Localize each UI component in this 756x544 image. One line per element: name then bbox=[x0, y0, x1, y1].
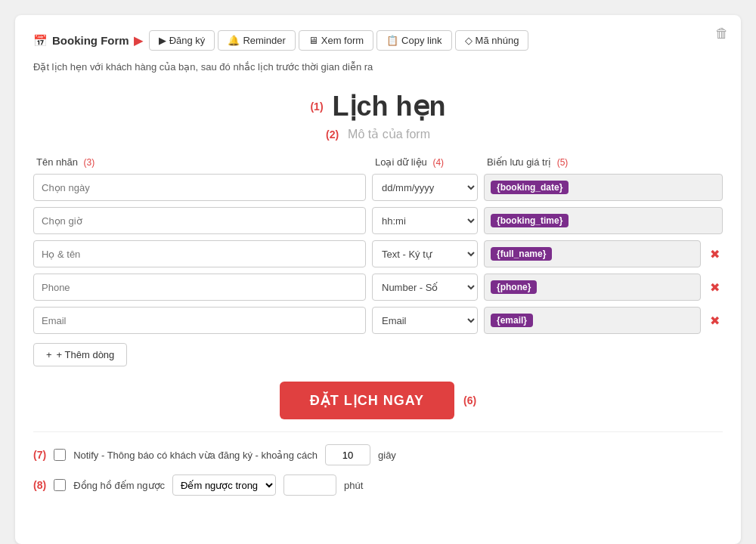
play-icon: ▶ bbox=[134, 34, 143, 48]
var-tag-4: {email} bbox=[491, 314, 533, 327]
bien-header: Biến lưu giá trị bbox=[487, 156, 551, 168]
form-title-row: (1) Lịch hẹn bbox=[33, 91, 723, 122]
field-row: dd/mm/yyyy{booking_date} bbox=[33, 174, 723, 201]
countdown-step: (8) bbox=[33, 479, 46, 491]
toolbar-title: 📅 Booking Form ▶ bbox=[33, 34, 143, 48]
field-rows: dd/mm/yyyy{booking_date}hh:mi{booking_ti… bbox=[33, 174, 723, 334]
xem-form-button[interactable]: 🖥 Xem form bbox=[299, 30, 373, 51]
notify-step: (7) bbox=[33, 449, 46, 461]
field-type-select-2[interactable]: Text - Ký tự bbox=[372, 240, 478, 267]
add-row-label: + Thêm dòng bbox=[57, 349, 115, 360]
title-step-label: (1) bbox=[310, 100, 323, 113]
bien-step: (5) bbox=[557, 157, 569, 168]
var-tag-0: {booking_date} bbox=[491, 181, 569, 194]
ma-nhung-button[interactable]: ◇ Mã nhúng bbox=[455, 30, 529, 51]
field-type-select-0[interactable]: dd/mm/yyyy bbox=[372, 174, 478, 201]
field-type-select-3[interactable]: Number - Số bbox=[372, 274, 478, 301]
field-label-input-4[interactable] bbox=[33, 307, 366, 334]
add-row-button[interactable]: + + Thêm dòng bbox=[33, 343, 127, 366]
var-tag-3: {phone} bbox=[491, 280, 537, 294]
copy-link-button[interactable]: 📋 Copy link bbox=[376, 30, 451, 51]
field-row: hh:mi{booking_time} bbox=[33, 207, 723, 234]
booking-form-card: 🗑 📅 Booking Form ▶ ▶ Đăng ký 🔔 Reminder … bbox=[15, 15, 741, 544]
field-var-1: {booking_time} bbox=[484, 207, 723, 234]
plus-icon: + bbox=[46, 349, 52, 360]
countdown-minutes-input[interactable] bbox=[284, 474, 336, 496]
var-tag-1: {booking_time} bbox=[491, 214, 569, 227]
field-label-input-0[interactable] bbox=[33, 174, 366, 201]
booking-form-title: Booking Form bbox=[52, 34, 129, 47]
field-var-3: {phone} bbox=[484, 274, 701, 301]
notify-unit: giây bbox=[378, 450, 396, 461]
loai-header: Loại dữ liệu bbox=[375, 156, 427, 168]
copy-icon: 📋 bbox=[386, 35, 398, 46]
screen-icon: 🖥 bbox=[308, 35, 318, 46]
options-section: (7) Notify - Thông báo có khách vừa đăng… bbox=[33, 431, 723, 496]
fields-header: Tên nhãn (3) Loại dữ liệu (4) Biến lưu g… bbox=[33, 156, 723, 168]
play-small-icon: ▶ bbox=[159, 35, 166, 46]
countdown-unit: phút bbox=[344, 480, 363, 491]
form-desc-placeholder: Mô tả của form bbox=[348, 127, 430, 141]
delete-field-button-3[interactable]: ✖ bbox=[707, 280, 723, 295]
trash-icon[interactable]: 🗑 bbox=[715, 26, 729, 42]
field-label-input-1[interactable] bbox=[33, 207, 366, 234]
field-row: Number - Số{phone}✖ bbox=[33, 274, 723, 301]
form-main-title: Lịch hẹn bbox=[333, 91, 446, 122]
notify-label: Notify - Thông báo có khách vừa đăng ký … bbox=[73, 450, 318, 461]
field-row: Text - Ký tự{full_name}✖ bbox=[33, 240, 723, 267]
calendar-icon: 📅 bbox=[33, 34, 48, 48]
ten-nhan-step: (3) bbox=[84, 157, 95, 168]
field-type-select-1[interactable]: hh:mi bbox=[372, 207, 478, 234]
countdown-select[interactable]: Đếm ngược trong bbox=[172, 474, 276, 496]
countdown-checkbox[interactable] bbox=[54, 479, 66, 491]
field-label-input-3[interactable] bbox=[33, 274, 366, 301]
countdown-row: (8) Đồng hồ đếm ngược Đếm ngược trong ph… bbox=[33, 474, 723, 496]
field-var-2: {full_name} bbox=[484, 240, 701, 267]
delete-field-button-4[interactable]: ✖ bbox=[707, 314, 723, 328]
desc-step-label: (2) bbox=[326, 128, 339, 141]
submit-step-label: (6) bbox=[463, 394, 476, 406]
field-type-select-4[interactable]: Email bbox=[372, 307, 478, 334]
submit-button[interactable]: ĐẶT LỊCH NGAY bbox=[280, 382, 454, 419]
var-tag-2: {full_name} bbox=[491, 247, 552, 261]
countdown-label: Đồng hồ đếm ngược bbox=[73, 480, 165, 491]
field-var-0: {booking_date} bbox=[484, 174, 723, 201]
toolbar: 📅 Booking Form ▶ ▶ Đăng ký 🔔 Reminder 🖥 … bbox=[33, 30, 723, 51]
form-desc-row: (2) Mô tả của form bbox=[33, 127, 723, 141]
field-row: Email{email}✖ bbox=[33, 307, 723, 334]
notify-checkbox[interactable] bbox=[54, 449, 66, 461]
notify-value-input[interactable] bbox=[325, 444, 370, 465]
embed-icon: ◇ bbox=[465, 35, 472, 46]
ten-nhan-header: Tên nhãn bbox=[36, 156, 78, 168]
bell-icon: 🔔 bbox=[228, 35, 240, 46]
field-label-input-2[interactable] bbox=[33, 240, 366, 267]
reminder-button[interactable]: 🔔 Reminder bbox=[218, 30, 295, 51]
submit-section: ĐẶT LỊCH NGAY (6) bbox=[33, 382, 723, 419]
form-subtitle: Đặt lịch hẹn với khách hàng của bạn, sau… bbox=[33, 61, 723, 73]
delete-field-button-2[interactable]: ✖ bbox=[707, 247, 723, 261]
dang-ky-button[interactable]: ▶ Đăng ký bbox=[149, 30, 215, 51]
loai-step: (4) bbox=[432, 157, 444, 168]
notify-row: (7) Notify - Thông báo có khách vừa đăng… bbox=[33, 444, 723, 465]
field-var-4: {email} bbox=[484, 307, 701, 334]
